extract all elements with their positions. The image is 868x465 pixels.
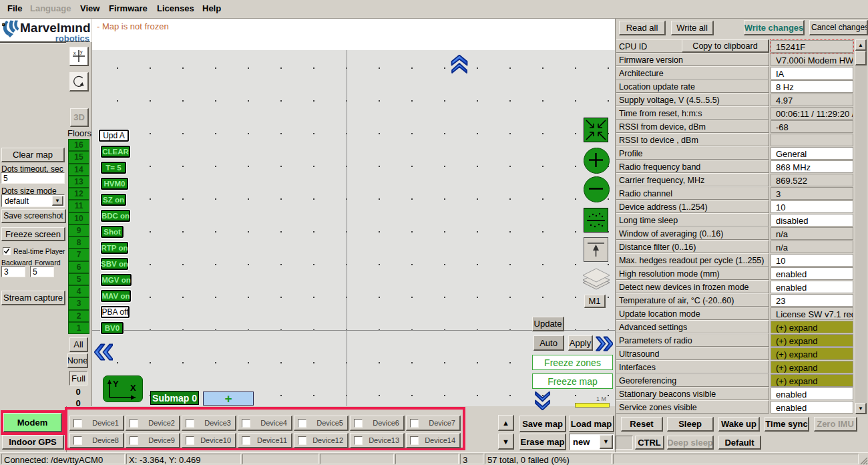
svg-text:y: y bbox=[80, 49, 83, 55]
svg-text:x: x bbox=[73, 51, 76, 55]
svg-text:Y: Y bbox=[113, 379, 119, 389]
svg-text:X: X bbox=[130, 383, 136, 393]
